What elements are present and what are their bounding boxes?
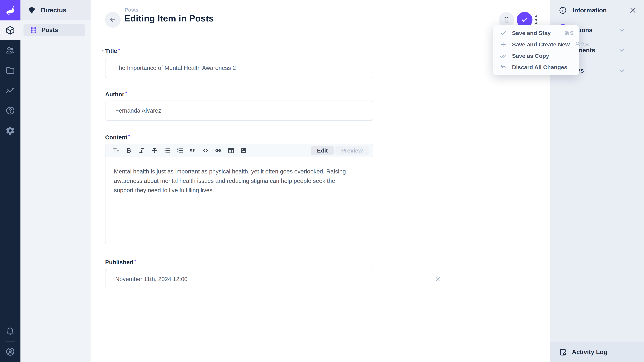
code-icon[interactable] xyxy=(202,146,210,155)
project-header[interactable]: Directus xyxy=(20,0,90,20)
published-input[interactable] xyxy=(105,269,373,289)
sidebar-item-posts[interactable]: Posts xyxy=(24,24,85,36)
users-module-icon xyxy=(5,45,15,55)
modbar-divider xyxy=(6,341,15,342)
author-input[interactable] xyxy=(105,100,373,121)
menu-item-save-as-copy[interactable]: Save as Copy xyxy=(493,50,579,61)
module-insights[interactable] xyxy=(0,82,20,98)
module-users[interactable] xyxy=(0,42,20,58)
user-menu-button[interactable] xyxy=(0,344,20,360)
info-icon xyxy=(559,6,567,14)
project-fan-icon xyxy=(27,6,36,15)
menu-item-save-and-stay[interactable]: Save and Stay ⌘S xyxy=(493,27,579,39)
activity-log-icon xyxy=(559,348,567,356)
heading-icon[interactable] xyxy=(112,146,120,155)
published-field-label: Published* xyxy=(105,259,136,266)
page-title: Editing Item in Posts xyxy=(124,13,214,23)
double-check-icon xyxy=(500,52,507,59)
bulleted-list-icon[interactable] xyxy=(163,146,171,155)
sidebar-item-label: Posts xyxy=(42,26,58,33)
insights-module-icon xyxy=(5,86,15,95)
shortcut-hint: ⌘⇧S xyxy=(575,41,589,48)
content-module-icon xyxy=(5,25,15,35)
check-icon xyxy=(500,29,507,36)
kebab-menu-icon xyxy=(535,15,537,25)
save-options-menu: Save and Stay ⌘S Save and Create New ⌘⇧S… xyxy=(493,25,579,75)
chevron-down-icon xyxy=(618,67,626,74)
link-icon[interactable] xyxy=(214,146,222,155)
module-help[interactable] xyxy=(0,103,20,119)
table-icon[interactable] xyxy=(227,146,235,155)
author-field-label: Author* xyxy=(105,91,127,98)
notifications-bell-icon xyxy=(5,327,15,336)
markdown-editor: 1 2 3 xyxy=(105,144,373,244)
numbered-list-icon[interactable]: 1 2 3 xyxy=(176,146,184,155)
files-module-icon xyxy=(5,65,15,75)
tab-preview[interactable]: Preview xyxy=(335,146,369,155)
nav-panel: Directus Posts xyxy=(20,0,90,362)
chevron-down-icon xyxy=(618,26,626,34)
chevron-down-icon xyxy=(618,46,626,54)
shortcut-hint: ⌘S xyxy=(565,30,574,36)
notifications-button[interactable] xyxy=(0,324,20,340)
directus-logo-tile[interactable] xyxy=(0,0,20,20)
user-avatar-icon xyxy=(5,347,15,357)
activity-log-label: Activity Log xyxy=(572,349,608,356)
field-edited-dot xyxy=(102,50,104,51)
tab-edit[interactable]: Edit xyxy=(311,146,334,155)
module-settings[interactable] xyxy=(0,123,20,139)
module-files[interactable] xyxy=(0,62,20,78)
module-bar xyxy=(0,0,20,362)
svg-text:3: 3 xyxy=(177,151,178,154)
required-marker: * xyxy=(134,259,136,264)
editor-toolbar: 1 2 3 xyxy=(106,144,373,157)
required-marker: * xyxy=(118,47,120,52)
clear-x-icon xyxy=(434,276,441,283)
module-content-active[interactable] xyxy=(0,20,20,40)
settings-module-icon xyxy=(5,126,15,136)
italic-icon[interactable] xyxy=(138,146,146,155)
help-module-icon xyxy=(5,106,15,115)
main-content: Posts Editing Item in Posts Title* Autho… xyxy=(90,0,550,362)
required-marker: * xyxy=(126,91,127,96)
plus-icon xyxy=(500,41,507,48)
check-icon xyxy=(521,16,528,24)
arrow-left-icon xyxy=(109,16,116,23)
blockquote-icon[interactable] xyxy=(189,146,197,155)
sidebar-title: Information xyxy=(572,7,606,14)
database-icon xyxy=(30,26,37,34)
editor-tabs: Edit Preview xyxy=(311,146,369,155)
required-marker: * xyxy=(128,134,130,139)
title-input[interactable] xyxy=(105,58,373,78)
content-field-label: Content* xyxy=(105,134,130,141)
strikethrough-icon[interactable] xyxy=(150,146,158,155)
trash-icon xyxy=(503,16,510,23)
content-textarea[interactable]: Mental health is just as important as ph… xyxy=(106,157,360,204)
directus-rabbit-icon xyxy=(4,4,16,16)
bold-icon[interactable] xyxy=(125,146,133,155)
activity-log-button[interactable]: Activity Log xyxy=(550,342,644,362)
undo-icon xyxy=(500,64,507,71)
back-button[interactable] xyxy=(105,12,120,28)
menu-item-discard-all-changes[interactable]: Discard All Changes xyxy=(493,61,579,73)
project-name: Directus xyxy=(41,7,66,14)
menu-item-save-and-create-new[interactable]: Save and Create New ⌘⇧S xyxy=(493,39,579,50)
image-icon[interactable] xyxy=(240,146,248,155)
clear-date-button[interactable] xyxy=(433,274,443,284)
breadcrumb[interactable]: Posts xyxy=(125,7,138,13)
title-field-label: Title* xyxy=(105,47,120,54)
close-icon[interactable] xyxy=(629,7,636,14)
